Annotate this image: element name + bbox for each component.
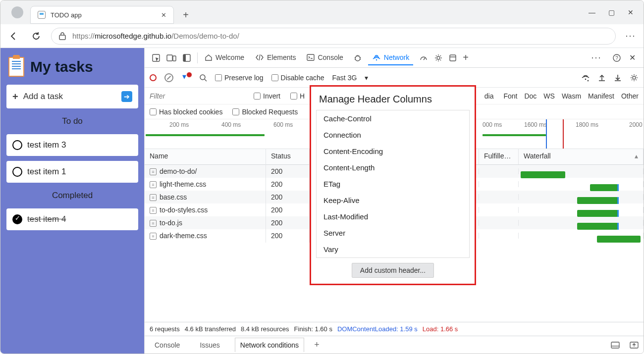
- network-status-bar: 6 requests 4.6 kB transferred 8.4 kB res…: [145, 322, 644, 336]
- settings-gear-icon[interactable]: [434, 53, 443, 62]
- type-ws[interactable]: WS: [543, 92, 555, 100]
- drawer-expand-icon[interactable]: [630, 342, 639, 349]
- browser-menu-button[interactable]: ···: [623, 31, 639, 41]
- browser-tab[interactable]: TODO app ✕: [30, 6, 174, 24]
- file-icon: ≡: [150, 233, 157, 240]
- type-doc[interactable]: Doc: [524, 92, 537, 100]
- dropdown-caret-icon[interactable]: ▾: [365, 74, 368, 82]
- col-fulfilled[interactable]: Fulfilled...: [479, 149, 519, 164]
- upload-icon[interactable]: [598, 74, 606, 82]
- bug-icon[interactable]: [353, 53, 362, 62]
- col-status[interactable]: Status: [266, 149, 310, 164]
- svg-point-8: [376, 59, 377, 60]
- new-tab-button[interactable]: +: [178, 9, 194, 21]
- drawer-dock-icon[interactable]: [611, 342, 620, 349]
- profile-avatar[interactable]: [11, 6, 23, 18]
- col-waterfall[interactable]: Waterfall▴: [519, 149, 644, 164]
- svg-point-17: [633, 76, 636, 79]
- dock-icon[interactable]: [182, 53, 191, 62]
- checkbox-icon[interactable]: [12, 167, 22, 177]
- tab-close-icon[interactable]: ✕: [161, 11, 166, 19]
- header-column-option[interactable]: Server: [317, 225, 469, 241]
- add-custom-header-button[interactable]: Add custom header...: [352, 263, 434, 278]
- header-column-option[interactable]: ETag: [317, 176, 469, 192]
- wifi-settings-icon[interactable]: [581, 74, 590, 82]
- invert-checkbox[interactable]: Invert: [254, 92, 280, 100]
- tab-console[interactable]: Console: [303, 51, 347, 65]
- group-todo-title: To do: [6, 113, 138, 129]
- filter-toggle-icon[interactable]: [181, 73, 191, 83]
- waterfall-bar: [590, 184, 618, 191]
- preserve-log-checkbox[interactable]: Preserve log: [215, 74, 264, 82]
- checkbox-checked-icon[interactable]: [12, 214, 22, 224]
- blocked-cookies-checkbox[interactable]: Has blocked cookies: [150, 108, 222, 116]
- group-done-title: Completed: [6, 188, 138, 203]
- device-toggle-icon[interactable]: [166, 54, 176, 62]
- type-cut[interactable]: dia: [484, 92, 494, 100]
- header-column-option[interactable]: Cache-Control: [317, 110, 469, 127]
- page-title: My tasks: [30, 58, 93, 75]
- header-column-option[interactable]: Keep-Alive: [317, 192, 469, 208]
- task-item[interactable]: test item 1: [6, 161, 138, 183]
- waterfall-bar: [577, 197, 618, 204]
- waterfall-bar: [577, 223, 618, 230]
- header-column-option[interactable]: Content-Encoding: [317, 143, 469, 159]
- toolbar-settings-icon[interactable]: [630, 73, 639, 82]
- header-column-option[interactable]: Vary: [317, 241, 469, 257]
- tab-welcome[interactable]: Welcome: [201, 51, 248, 65]
- type-other[interactable]: Other: [621, 92, 639, 100]
- svg-rect-10: [450, 55, 456, 61]
- window-maximize-icon[interactable]: ▢: [608, 8, 615, 16]
- clear-button[interactable]: [164, 73, 173, 82]
- devtools-menu-icon[interactable]: ···: [589, 52, 604, 63]
- tab-network[interactable]: Network: [368, 51, 413, 65]
- record-button[interactable]: [150, 74, 157, 81]
- header-column-option[interactable]: Content-Length: [317, 159, 469, 176]
- help-icon[interactable]: ?: [612, 53, 621, 62]
- blocked-requests-checkbox[interactable]: Blocked Requests: [232, 108, 298, 116]
- svg-text:?: ?: [615, 55, 618, 61]
- svg-point-7: [355, 56, 360, 61]
- checkbox-icon[interactable]: [12, 140, 22, 150]
- tab-favicon: [38, 11, 46, 19]
- download-icon[interactable]: [614, 74, 622, 82]
- file-icon: ≡: [150, 168, 157, 175]
- hide-data-checkbox[interactable]: H: [290, 92, 305, 100]
- search-icon[interactable]: [199, 74, 207, 82]
- refresh-button[interactable]: [28, 28, 44, 44]
- drawer-add-icon[interactable]: +: [314, 340, 320, 350]
- window-minimize-icon[interactable]: —: [589, 8, 595, 16]
- throttle-select[interactable]: Fast 3G: [332, 74, 357, 82]
- type-font[interactable]: Font: [503, 92, 517, 100]
- header-column-option[interactable]: Last-Modified: [317, 208, 469, 225]
- header-column-option[interactable]: Connection: [317, 127, 469, 143]
- task-item[interactable]: test item 4: [6, 208, 138, 230]
- back-button[interactable]: [5, 28, 21, 44]
- drawer-network-conditions[interactable]: Network conditions: [235, 338, 304, 352]
- devtools-panel: Welcome Elements Console Network + ··· ?…: [144, 48, 644, 354]
- type-manifest[interactable]: Manifest: [588, 92, 614, 100]
- type-wasm[interactable]: Wasm: [562, 92, 581, 100]
- col-name[interactable]: Name: [145, 149, 266, 164]
- drawer-console[interactable]: Console: [150, 338, 185, 352]
- svg-rect-2: [167, 55, 172, 61]
- task-item[interactable]: test item 3: [6, 134, 138, 156]
- app-icon[interactable]: [449, 54, 457, 62]
- drawer-issues[interactable]: Issues: [195, 338, 224, 352]
- waterfall-bar: [521, 171, 565, 178]
- submit-task-button[interactable]: ➔: [121, 91, 132, 102]
- window-close-icon[interactable]: ✕: [628, 8, 634, 16]
- filter-input[interactable]: [150, 92, 244, 100]
- more-tabs-plus-icon[interactable]: +: [463, 52, 469, 63]
- address-url: https://microsoftedge.github.io/Demos/de…: [72, 32, 239, 40]
- address-field[interactable]: https://microsoftedge.github.io/Demos/de…: [51, 28, 616, 45]
- tab-elements[interactable]: Elements: [251, 51, 300, 65]
- add-task-input[interactable]: + Add a task ➔: [6, 85, 138, 108]
- manage-header-columns-popup: Manage Header Columns Cache-ControlConne…: [310, 85, 476, 285]
- devtools-close-icon[interactable]: ✕: [629, 53, 636, 62]
- performance-icon[interactable]: [419, 53, 428, 62]
- svg-rect-18: [611, 342, 619, 348]
- file-icon: ≡: [150, 194, 157, 201]
- inspect-icon[interactable]: [152, 53, 161, 62]
- disable-cache-checkbox[interactable]: Disable cache: [271, 74, 324, 82]
